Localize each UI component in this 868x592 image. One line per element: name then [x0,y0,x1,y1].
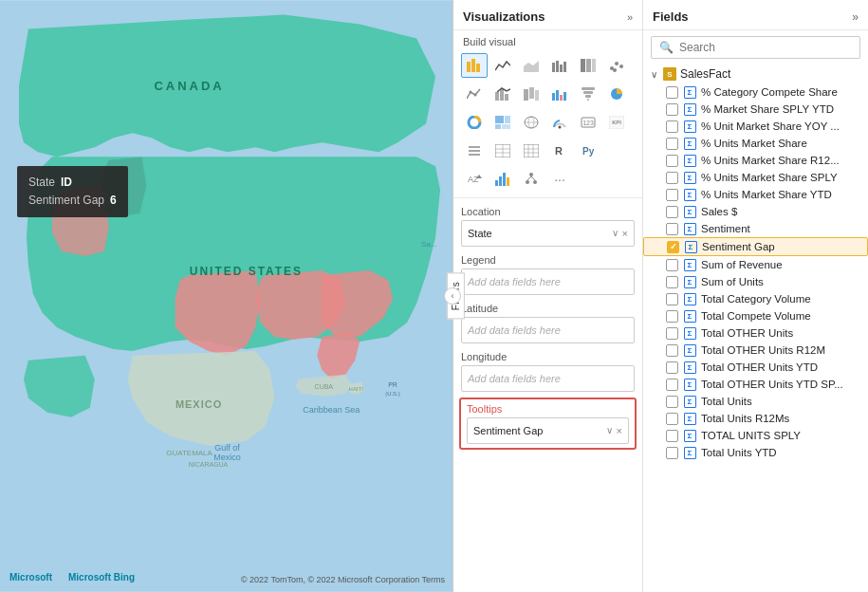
field-item[interactable]: Σ% Category Compete Share [643,83,868,101]
svg-rect-36 [524,89,528,101]
field-item[interactable]: ΣSum of Revenue [643,256,868,273]
viz-icon-line2[interactable] [461,82,488,106]
svg-rect-46 [587,99,589,101]
field-item[interactable]: ΣTotal OTHER Units YTD SP... [643,376,868,393]
viz-icon-pie[interactable] [603,82,630,106]
field-checkbox[interactable] [666,430,678,442]
field-checkbox[interactable] [666,120,678,133]
viz-icon-az-filter[interactable]: AZ [461,167,488,192]
svg-rect-80 [507,177,509,186]
field-item[interactable]: Σ% Units Market Share SPLY [643,169,868,186]
field-item[interactable]: ΣSales $ [643,203,868,220]
field-checkbox[interactable] [666,413,678,425]
fields-expand-btn[interactable]: » [852,10,859,24]
viz-icon-area[interactable] [518,53,545,78]
field-checkbox[interactable] [666,327,678,340]
svg-rect-45 [585,95,591,98]
search-input[interactable] [679,41,852,54]
viz-icon-matrix[interactable] [518,139,545,163]
field-checkbox[interactable] [666,206,678,218]
legend-box[interactable]: Add data fields here [461,268,635,295]
field-checkbox[interactable] [666,447,678,459]
field-item[interactable]: Σ% Units Market Share YTD [643,186,868,203]
viz-icon-kpi[interactable]: KPI [603,110,630,135]
viz-icon-table[interactable] [489,139,516,163]
field-item[interactable]: ΣTotal Units [643,393,868,410]
field-checkbox[interactable] [666,138,678,150]
tooltips-box[interactable]: Sentiment Gap ∨ × [467,417,629,444]
viz-icon-waterfall[interactable] [546,82,573,106]
viz-icon-python[interactable]: Py [575,139,601,163]
field-item[interactable]: ΣSentiment Gap [643,237,868,256]
viz-icon-card[interactable]: 123 [575,110,601,135]
field-item[interactable]: ΣTotal Units R12Ms [643,410,868,427]
field-item[interactable]: ΣSum of Units [643,273,868,290]
field-item[interactable]: ΣTotal Compete Volume [643,307,868,324]
field-checkbox[interactable] [666,344,678,357]
latitude-box[interactable]: Add data fields here [461,317,635,343]
tooltips-chevron[interactable]: ∨ [606,425,613,436]
longitude-box[interactable]: Add data fields here [461,365,635,392]
field-checkbox[interactable] [666,103,678,116]
field-checkbox[interactable] [666,189,678,201]
viz-expand-btn[interactable]: » [627,11,633,23]
location-chevron[interactable]: ∨ [612,228,619,239]
viz-collapse-btn[interactable]: ‹ [444,287,461,305]
viz-icon-donut[interactable] [461,110,488,135]
viz-icon-bar-100[interactable] [575,53,601,78]
viz-icon-decomp[interactable] [518,167,545,192]
field-checkbox[interactable] [666,155,678,167]
field-item[interactable]: ΣTotal OTHER Units YTD [643,359,868,376]
viz-icon-line[interactable] [489,53,516,78]
viz-icon-grouped[interactable] [489,167,516,192]
viz-icon-treemap[interactable] [489,110,516,135]
field-item[interactable]: ΣTOTAL UNITS SPLY [643,427,868,444]
fields-search-box[interactable]: 🔍 [651,36,860,59]
tooltips-close[interactable]: × [617,425,622,436]
field-checkbox[interactable] [666,361,678,374]
svg-text:Caribbean Sea: Caribbean Sea [303,405,360,415]
field-item[interactable]: Σ% Units Market Share [643,135,868,152]
field-checkbox[interactable] [666,276,678,288]
field-item[interactable]: Σ% Units Market Share R12... [643,152,868,169]
field-checkbox[interactable] [666,259,678,271]
viz-icon-more[interactable]: ··· [546,167,573,192]
location-close[interactable]: × [622,228,628,239]
location-box[interactable]: State ∨ × [461,220,635,247]
field-checkbox[interactable] [666,310,678,323]
viz-icon-bar-stacked[interactable] [461,53,488,78]
viz-divider-1 [453,197,642,198]
field-item[interactable]: ΣTotal Units YTD [643,444,868,461]
field-item[interactable]: ΣTotal Category Volume [643,290,868,307]
field-checkbox[interactable] [666,379,678,391]
field-sigma-icon: Σ [683,188,696,201]
field-sigma-icon: Σ [683,85,696,99]
field-checkbox[interactable] [666,396,678,408]
svg-rect-21 [556,61,559,72]
field-name: Total Category Volume [701,293,811,305]
field-item[interactable]: ΣTotal OTHER Units R12M [643,342,868,359]
viz-icon-gauge[interactable] [546,110,573,135]
field-sigma-icon: Σ [683,120,696,133]
field-item[interactable]: Σ% Market Share SPLY YTD [643,101,868,118]
viz-icon-r[interactable]: R [546,139,573,163]
viz-icon-slicer[interactable] [461,139,488,163]
viz-icon-combo[interactable] [489,82,516,106]
field-checkbox[interactable] [666,223,678,235]
viz-icon-funnel[interactable] [575,82,601,106]
viz-icon-map[interactable] [518,110,545,135]
table-row-salesfact[interactable]: ∨ S SalesFact [643,65,868,83]
field-checkbox[interactable] [666,86,678,99]
field-item[interactable]: ΣSentiment [643,220,868,237]
field-checkbox[interactable] [666,293,678,305]
field-name: Sentiment [701,223,750,234]
field-checkbox[interactable] [667,241,679,253]
field-checkbox[interactable] [666,172,678,184]
field-item[interactable]: Σ% Unit Market Share YOY ... [643,118,868,135]
viz-icon-bar-cluster[interactable] [546,53,573,78]
map-copyright[interactable]: © 2022 TomTom, © 2022 Microsoft Corporat… [241,575,445,584]
viz-icon-ribbon[interactable] [518,82,545,106]
field-item[interactable]: ΣTotal OTHER Units [643,324,868,342]
map-tooltip: State ID Sentiment Gap 6 [17,166,128,217]
viz-icon-scatter[interactable] [603,53,630,78]
